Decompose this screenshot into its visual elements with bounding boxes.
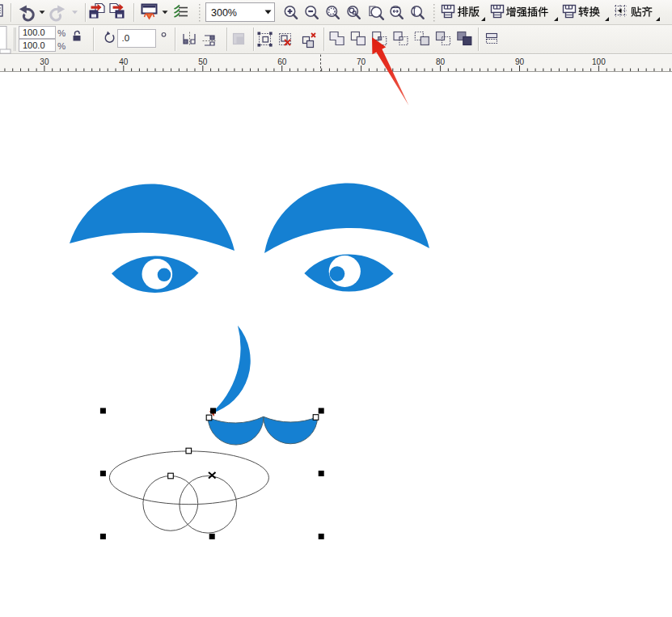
svg-text:80: 80 (436, 57, 446, 66)
svg-text:40: 40 (119, 57, 129, 66)
svg-text:300%: 300% (211, 7, 237, 19)
svg-text:60: 60 (277, 57, 287, 66)
svg-text:%: % (57, 41, 66, 51)
svg-text:100: 100 (592, 57, 606, 66)
svg-text:100.0: 100.0 (23, 40, 45, 50)
svg-text:70: 70 (357, 57, 366, 66)
svg-text:90: 90 (515, 57, 525, 66)
svg-text:%: % (57, 28, 66, 38)
svg-text:50: 50 (198, 57, 208, 66)
svg-text:100.0: 100.0 (23, 27, 45, 37)
svg-text:30: 30 (40, 57, 49, 66)
svg-text:.0: .0 (122, 33, 130, 43)
